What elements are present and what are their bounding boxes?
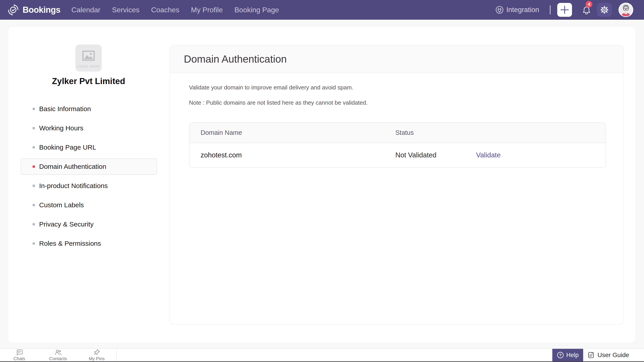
user-guide-label: User Guide [598,352,629,359]
settings-menu: Basic Information Working Hours Booking … [8,100,170,252]
bottom-bar: Chats Contacts My Pins ? Help [0,348,644,361]
table-row: zohotest.com Not Validated Validate [190,143,606,167]
svg-text:?: ? [559,353,562,357]
bullet-icon [32,204,35,206]
plus-icon [560,5,570,15]
settings-card: LOGO HERE Zylker Pvt Limited Basic Infor… [8,27,635,342]
user-guide-button[interactable]: User Guide [588,349,629,361]
company-logo-placeholder[interactable]: LOGO HERE [75,44,102,72]
table-header-row: Domain Name Status [190,123,606,143]
help-button[interactable]: ? Help [552,349,583,361]
help-icon: ? [557,352,564,359]
topbar-divider [550,5,550,14]
app-title: Bookings [22,5,60,15]
company-name: Zylker Pvt Limited [30,76,147,86]
notification-count-badge: 4 [586,1,592,8]
validate-link[interactable]: Validate [476,151,606,159]
bullet-icon [32,184,35,187]
nav-my-profile[interactable]: My Profile [191,6,223,14]
panel-body: Validate your domain to improve email de… [170,84,624,168]
menu-item-privacy-security[interactable]: Privacy & Security [21,216,157,232]
menu-item-custom-labels[interactable]: Custom Labels [21,197,157,213]
logo-placeholder-label: LOGO HERE [77,64,100,68]
dock-item-my-pins[interactable]: My Pins [77,349,116,361]
menu-item-domain-authentication[interactable]: Domain Authentication [21,158,157,175]
gear-icon [600,5,609,14]
panel-note: Note : Public domains are not listed her… [189,98,624,107]
user-avatar[interactable] [618,3,633,17]
integration-label: Integration [506,6,539,14]
panel-header: Domain Authentication [170,46,624,73]
bullet-icon [32,146,35,149]
zoho-dock: Chats Contacts My Pins [0,349,117,361]
app-brand[interactable]: Bookings [8,4,60,16]
menu-item-basic-information[interactable]: Basic Information [21,100,157,117]
image-placeholder-icon [82,50,95,61]
cell-status: Not Validated [395,151,476,159]
avatar-illustration [619,3,632,16]
primary-nav: Calendar Services Coaches My Profile Boo… [71,6,279,14]
menu-item-in-product-notifications[interactable]: In-product Notifications [21,178,157,194]
menu-item-booking-page-url[interactable]: Booking Page URL [21,139,157,156]
dock-item-chats[interactable]: Chats [0,349,39,361]
nav-services[interactable]: Services [112,6,140,14]
panel-title: Domain Authentication [184,53,287,65]
nav-calendar[interactable]: Calendar [71,6,100,14]
nav-coaches[interactable]: Coaches [151,6,179,14]
chats-icon [16,349,23,356]
contacts-icon [54,349,62,356]
bullet-icon [32,242,35,245]
column-header-domain-name: Domain Name [190,129,395,136]
panel-description: Validate your domain to improve email de… [189,84,624,92]
help-label: Help [566,352,579,359]
menu-item-working-hours[interactable]: Working Hours [21,120,157,136]
user-guide-icon [588,352,594,358]
bullet-icon [32,127,35,130]
domain-table: Domain Name Status zohotest.com Not Vali… [189,122,606,168]
notifications-button[interactable]: 4 [582,5,591,14]
cell-domain-name: zohotest.com [190,151,395,159]
nav-booking-page[interactable]: Booking Page [234,6,279,14]
pin-icon [94,349,100,356]
domain-authentication-panel: Domain Authentication Validate your doma… [170,45,624,325]
add-button[interactable] [557,3,572,17]
bookings-logo-icon [8,4,19,16]
bullet-icon [32,165,35,168]
bullet-icon [32,223,35,226]
top-navigation-bar: Bookings Calendar Services Coaches My Pr… [0,0,644,20]
plug-icon [496,6,504,14]
settings-button[interactable] [597,3,612,17]
dock-item-contacts[interactable]: Contacts [39,349,77,361]
menu-item-roles-permissions[interactable]: Roles & Permissions [21,235,157,252]
column-header-status: Status [395,129,476,136]
bullet-icon [32,108,35,110]
integration-link[interactable]: Integration [496,6,539,14]
